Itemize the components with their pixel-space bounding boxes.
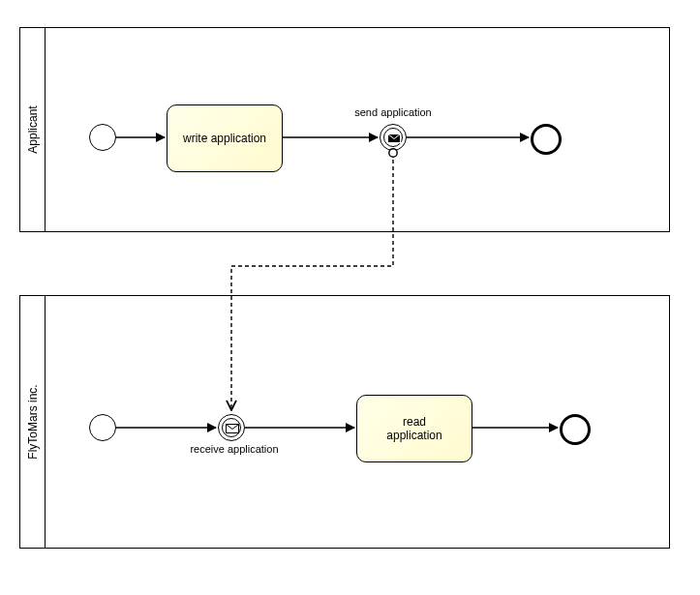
message-catch-icon	[226, 424, 239, 433]
receive-application-label: receive application	[181, 443, 288, 455]
receive-application-event[interactable]	[218, 414, 245, 441]
flytomars-start-event[interactable]	[89, 414, 116, 441]
applicant-end-event[interactable]	[531, 124, 562, 155]
pool-applicant-label-area: Applicant	[20, 28, 46, 231]
task-read-application-label: read application	[386, 415, 441, 442]
flytomars-end-event[interactable]	[560, 414, 591, 445]
message-throw-icon	[387, 134, 401, 143]
bpmn-canvas: Applicant write application send applica…	[0, 0, 700, 595]
send-application-event[interactable]	[380, 124, 407, 151]
pool-applicant-label: Applicant	[26, 105, 40, 153]
task-read-application[interactable]: read application	[356, 395, 472, 462]
send-application-label: send application	[345, 106, 441, 118]
task-write-application[interactable]: write application	[167, 104, 283, 172]
pool-flytomars-label: FlyToMars inc.	[26, 384, 40, 459]
task-write-application-label: write application	[183, 132, 266, 145]
pool-flytomars-label-area: FlyToMars inc.	[20, 296, 46, 548]
applicant-start-event[interactable]	[89, 124, 116, 151]
pool-applicant[interactable]: Applicant	[19, 27, 670, 232]
